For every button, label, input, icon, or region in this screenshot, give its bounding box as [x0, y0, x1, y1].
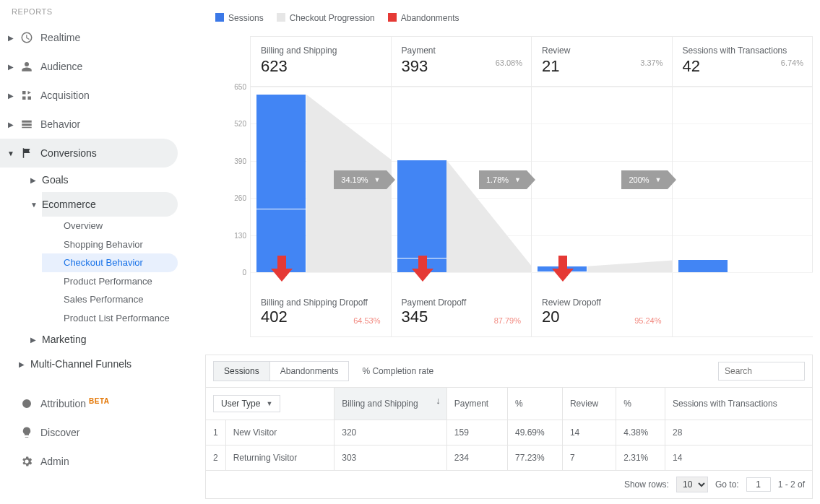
leaf-checkout-behavior[interactable]: Checkout Behavior [42, 253, 178, 272]
legend-abandonments: Abandonments [388, 13, 459, 23]
goto-input[interactable] [746, 477, 771, 492]
table-row[interactable]: 1New Visitor32015949.69%144.38%28 [206, 420, 813, 446]
tab-sessions[interactable]: Sessions [214, 362, 269, 381]
row-index: 1 [206, 420, 226, 446]
col-payment[interactable]: Payment [446, 388, 507, 420]
cell-billing: 320 [335, 420, 447, 446]
chart-column[interactable]: 1.78%▼ [392, 87, 532, 272]
dropoff-pct: 95.24% [634, 316, 661, 325]
progression-tag-value: 34.19% [341, 175, 368, 184]
flag-icon [19, 147, 35, 160]
dropoff-cell[interactable]: Review Dropoff 20 95.24% [532, 273, 673, 336]
chart-column[interactable] [673, 87, 813, 272]
nav-label: Behavior [40, 118, 80, 130]
nav-behavior[interactable]: ▶ Behavior [0, 110, 188, 139]
y-tick: 260 [234, 194, 246, 202]
subnav-label: Goals [42, 174, 69, 186]
nav-admin[interactable]: Admin [0, 447, 188, 476]
subnav-ecommerce[interactable]: ▼ Ecommerce [42, 192, 178, 217]
cell-pct1: 77.23% [507, 446, 562, 471]
table-search-input[interactable] [718, 362, 805, 381]
progression-tag[interactable]: 200%▼ [621, 170, 667, 189]
y-tick: 130 [234, 231, 246, 239]
col-review[interactable]: Review [562, 388, 616, 420]
subnav-multichannel[interactable]: ▶ Multi-Channel Funnels [30, 352, 188, 376]
nav-label: Admin [40, 456, 69, 467]
progression-tag-value: 200% [629, 175, 649, 184]
col-billing[interactable]: Billing and Shipping ↓ [335, 388, 447, 420]
stage-pct: 63.08% [496, 58, 522, 67]
nav-label: Discover [40, 427, 79, 438]
col-pct1[interactable]: % [507, 388, 562, 420]
dropoff-row: Billing and Shipping Dropoff 402 64.53% … [250, 273, 813, 337]
y-tick: 520 [234, 120, 246, 128]
chart-column[interactable]: 200%▼ [532, 87, 673, 272]
dropoff-cell[interactable]: Billing and Shipping Dropoff 402 64.53% [251, 273, 392, 336]
stage-header[interactable]: Payment 393 63.08% [392, 37, 532, 86]
stage-pct: 3.37% [640, 58, 663, 67]
attribution-text: Attribution [40, 398, 86, 409]
nav-realtime[interactable]: ▶ Realtime [0, 23, 188, 52]
table-row[interactable]: 2Returning Visitor30323477.23%72.31%14 [206, 446, 813, 471]
nav-acquisition[interactable]: ▶ Acquisition [0, 81, 188, 110]
chevron-down-icon: ▼ [374, 176, 381, 183]
leaf-sales-performance[interactable]: Sales Performance [42, 290, 188, 309]
stage-header[interactable]: Review 21 3.37% [532, 37, 673, 86]
sort-down-icon: ↓ [436, 395, 441, 406]
nav-label: Audience [40, 61, 82, 72]
sidebar-header: REPORTS [0, 4, 188, 23]
nav-conversions[interactable]: ▼ Conversions [0, 139, 178, 168]
leaf-overview[interactable]: Overview [42, 217, 188, 235]
col-sessions-with-transactions[interactable]: Sessions with Transactions [665, 388, 812, 420]
bar-sessions[interactable] [256, 95, 306, 272]
gear-icon [19, 455, 35, 468]
y-tick: 650 [234, 83, 246, 91]
nav-audience[interactable]: ▶ Audience [0, 52, 188, 81]
chevron-right-icon: ▶ [19, 360, 30, 368]
progression-tag[interactable]: 34.19%▼ [334, 170, 386, 189]
subnav-goals[interactable]: ▶ Goals [42, 168, 188, 192]
col-pct2[interactable]: % [616, 388, 665, 420]
cell-billing: 303 [335, 446, 447, 471]
completion-rate-link[interactable]: % Completion rate [362, 366, 433, 376]
bar-sessions[interactable] [678, 260, 728, 272]
stage-value: 623 [261, 57, 381, 76]
leaf-product-list-performance[interactable]: Product List Performance [42, 309, 188, 328]
beta-badge: BETA [89, 397, 109, 405]
nav-discover[interactable]: Discover [0, 418, 188, 447]
cell-pct2: 2.31% [616, 446, 665, 471]
leaf-shopping-behavior[interactable]: Shopping Behavior [42, 235, 188, 254]
rows-select[interactable]: 10 [676, 477, 708, 492]
acquisition-icon [19, 89, 35, 102]
subnav-label: Ecommerce [42, 199, 96, 210]
tab-abandonments[interactable]: Abandonments [269, 362, 349, 381]
dimension-label: User Type [221, 399, 260, 409]
dimension-selector[interactable]: User Type ▼ [213, 395, 280, 412]
svg-marker-2 [587, 260, 673, 272]
stage-header[interactable]: Sessions with Transactions 42 6.74% [673, 37, 813, 86]
metric-tabs: Sessions Abandonments [213, 361, 349, 381]
nav-label: AttributionBETA [40, 398, 110, 409]
dropoff-pct: 64.53% [353, 316, 380, 325]
row-name: Returning Visitor [225, 446, 335, 471]
cell-swt: 28 [665, 420, 812, 446]
chart-legend: Sessions Checkout Progression Abandonmen… [215, 13, 813, 23]
goto-label: Go to: [715, 479, 739, 490]
subnav-marketing[interactable]: ▶ Marketing [42, 327, 188, 352]
chevron-right-icon: ▶ [6, 34, 16, 42]
clock-icon [19, 31, 35, 44]
arrow-down-icon [552, 256, 574, 282]
attribution-icon [19, 397, 35, 410]
data-table: User Type ▼ Billing and Shipping ↓ Payme… [205, 387, 813, 471]
stage-header[interactable]: Billing and Shipping 623 [251, 37, 392, 86]
cell-review: 14 [562, 420, 616, 446]
chevron-right-icon: ▶ [30, 176, 42, 184]
chart-column[interactable]: 34.19%▼ [251, 87, 392, 272]
nav-attribution[interactable]: AttributionBETA [0, 389, 188, 418]
table-pager: Show rows: 10 Go to: 1 - 2 of [205, 471, 813, 499]
leaf-product-performance[interactable]: Product Performance [42, 272, 188, 291]
progression-tag[interactable]: 1.78%▼ [479, 170, 527, 189]
row-name: New Visitor [225, 420, 335, 446]
chevron-right-icon: ▶ [6, 63, 16, 71]
dropoff-cell[interactable]: Payment Dropoff 345 87.79% [392, 273, 532, 336]
